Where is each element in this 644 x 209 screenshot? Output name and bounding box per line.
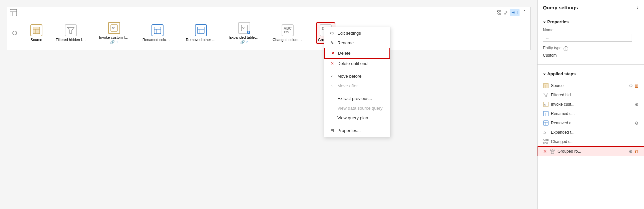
rename-icon: ✎ (329, 40, 335, 45)
step-name-renamed: Renamed c... (551, 111, 639, 116)
menu-item-rename[interactable]: ✎ Rename (324, 38, 390, 48)
step-label-renamed: Renamed columns (142, 38, 173, 42)
right-panel: Query settings › ∨ Properties Name ⋯ Ent… (537, 0, 644, 209)
resize-icon[interactable]: ⤢ (504, 10, 508, 16)
menu-item-move-before[interactable]: ‹ Move before (324, 71, 390, 81)
step-connector-4: Renamed columns (129, 24, 173, 42)
menu-item-delete[interactable]: ✕ Delete (324, 48, 390, 59)
applied-step-renamed[interactable]: Renamed c... (538, 109, 644, 118)
svg-rect-0 (10, 9, 17, 16)
highlight-icon[interactable]: +□ (510, 9, 520, 16)
step-name-removed: Removed o... (551, 121, 633, 125)
svg-text:fx: fx (544, 131, 547, 134)
menu-label-edit-settings: Edit settings (337, 31, 361, 36)
menu-item-extract-previous[interactable]: Extract previous... (324, 94, 390, 103)
step-gear-removed[interactable]: ⚙ (635, 121, 639, 126)
step-gear-grouped[interactable]: ⚙ (629, 149, 633, 154)
name-input[interactable] (543, 34, 632, 42)
menu-item-properties[interactable]: ⊞ Properties... (324, 126, 390, 135)
applied-steps-header: ∨ Applied steps (543, 71, 639, 76)
step-icon-grouped (550, 148, 556, 154)
pipeline-step-removed[interactable]: Removed other c... (186, 24, 216, 42)
step-actions-invoke: ⚙ (635, 102, 639, 107)
menu-item-move-after[interactable]: › Move after (324, 81, 390, 91)
properties-label: Properties (547, 19, 569, 24)
svg-rect-29 (544, 111, 548, 116)
step-name-expanded: Expanded t... (551, 130, 639, 135)
steps-list: Source ⚙ 🗑 Filtered hid... fx Invoke cus… (538, 81, 644, 156)
pipeline-start (12, 31, 17, 35)
step-label-invoke: Invoke custom fu... (99, 35, 129, 39)
properties-header: ∨ Properties (543, 19, 639, 24)
name-field-label: Name (543, 28, 639, 32)
menu-label-view-data-source: View data source query (337, 106, 383, 111)
step-badge-invoke: 🔗 1 (110, 40, 118, 44)
step-icon-changed: ABC123 (543, 139, 549, 145)
step-name-invoke: Invoke cust... (551, 102, 633, 107)
move-after-icon: › (329, 83, 335, 88)
step-icon-expanded: fx (543, 129, 549, 135)
menu-label-properties: Properties... (337, 128, 361, 133)
step-gear-invoke[interactable]: ⚙ (635, 102, 639, 107)
step-delete-grouped[interactable]: 🗑 (634, 149, 638, 154)
pipeline-step-source[interactable]: Source (30, 24, 42, 42)
step-connector-6: fx ▼ Expanded table c... 🔗 2 (216, 22, 259, 44)
name-more-icon[interactable]: ⋯ (633, 35, 639, 41)
entity-type-label: Entity type (543, 46, 562, 50)
menu-item-view-query-plan[interactable]: View query plan (324, 113, 390, 123)
delete-icon: ✕ (330, 51, 335, 56)
panel-header: Query settings › (538, 0, 644, 15)
menu-label-move-after: Move after (337, 83, 358, 88)
step-name-changed: Changed c... (551, 139, 639, 144)
step-error-icon-grouped: ✕ (543, 149, 547, 154)
step-label-changed: Changed column... (273, 38, 303, 42)
applied-step-grouped[interactable]: ✕ Grouped ro... ⚙ 🗑 (538, 146, 644, 156)
applied-step-filtered[interactable]: Filtered hid... (538, 90, 644, 100)
pipeline-step-expanded[interactable]: fx ▼ Expanded table c... 🔗 2 (229, 22, 259, 44)
main-content: ⛓ ⤢ +□ ⋮ Source (0, 0, 537, 209)
panel-close-button[interactable]: › (637, 4, 639, 11)
applied-steps-label: Applied steps (547, 71, 576, 76)
entity-type-info-icon: i (564, 46, 568, 51)
menu-separator-3 (324, 124, 390, 124)
applied-steps-chevron[interactable]: ∨ (543, 72, 546, 76)
applied-step-removed[interactable]: Removed o... ⚙ (538, 118, 644, 128)
svg-rect-12 (198, 27, 204, 34)
properties-chevron[interactable]: ∨ (543, 20, 546, 24)
share-icon[interactable]: ⛓ (496, 10, 502, 16)
menu-item-delete-until-end[interactable]: ✕ Delete until end (324, 59, 390, 68)
menu-label-delete: Delete (338, 51, 351, 56)
applied-step-invoke[interactable]: fx Invoke cust... ⚙ (538, 100, 644, 109)
pipeline-step-renamed[interactable]: Renamed columns (142, 24, 173, 42)
properties-icon: ⊞ (329, 128, 335, 133)
pipeline-step-invoke[interactable]: fx Invoke custom fu... 🔗 1 (99, 22, 129, 44)
edit-settings-icon: ⚙ (329, 31, 335, 36)
step-actions-source: ⚙ 🗑 (629, 83, 639, 88)
applied-step-expanded[interactable]: fx Expanded t... (538, 128, 644, 137)
properties-section: ∨ Properties Name ⋯ Entity type i Custom (538, 15, 644, 64)
delete-until-end-icon: ✕ (329, 61, 335, 66)
section-divider (538, 64, 644, 65)
step-gear-source[interactable]: ⚙ (629, 83, 633, 88)
menu-item-view-data-source[interactable]: View data source query (324, 103, 390, 113)
svg-rect-23 (544, 83, 548, 88)
svg-rect-36 (550, 149, 552, 151)
menu-separator-2 (324, 92, 390, 92)
svg-text:fx: fx (242, 26, 245, 30)
panel-title: Query settings (543, 5, 578, 10)
step-delete-source[interactable]: 🗑 (634, 83, 639, 88)
applied-step-changed[interactable]: ABC123 Changed c... (538, 137, 644, 146)
applied-step-source[interactable]: Source ⚙ 🗑 (538, 81, 644, 90)
svg-text:fx: fx (112, 26, 115, 30)
more-icon[interactable]: ⋮ (522, 9, 528, 16)
step-badge-expanded: 🔗 2 (240, 40, 248, 44)
pipeline-steps: Source Filtered hidden fi... (12, 22, 376, 44)
pipeline-step-filtered[interactable]: Filtered hidden fi... (56, 24, 86, 42)
step-name-filtered: Filtered hid... (551, 93, 639, 97)
entity-type-value: Custom (543, 53, 639, 58)
menu-item-edit-settings[interactable]: ⚙ Edit settings (324, 28, 390, 38)
svg-text:fx: fx (544, 103, 546, 106)
step-icon-removed (543, 120, 549, 126)
step-label-source: Source (31, 38, 42, 42)
pipeline-step-changed[interactable]: ABC123 Changed column... (273, 24, 303, 42)
